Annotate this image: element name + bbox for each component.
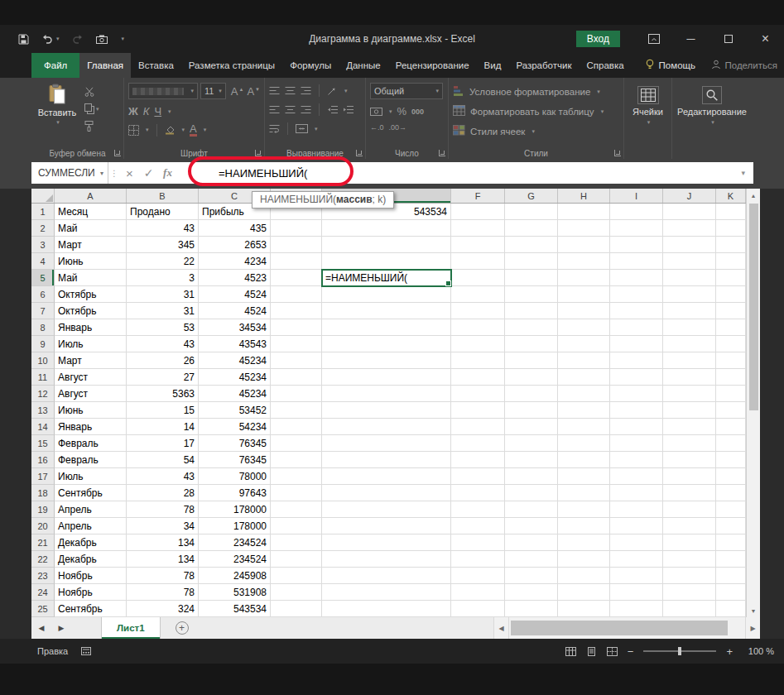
cell-I1[interactable]: [610, 204, 663, 220]
cell-C19[interactable]: 178000: [199, 501, 271, 518]
conditional-formatting-button[interactable]: Условное форматирование▾: [453, 82, 619, 101]
cell-A15[interactable]: Февраль: [55, 435, 127, 452]
cell-K25[interactable]: [716, 601, 746, 617]
cell-E23[interactable]: [322, 568, 451, 584]
cell-I6[interactable]: [610, 286, 663, 303]
cell-I4[interactable]: [610, 253, 663, 270]
cell-I10[interactable]: [610, 352, 663, 369]
font-dialog-launcher[interactable]: [255, 150, 262, 156]
row-header-2[interactable]: 2: [31, 220, 55, 237]
cell-B5[interactable]: 3: [127, 270, 199, 286]
column-header-H[interactable]: H: [558, 189, 610, 203]
cell-A9[interactable]: Июль: [55, 336, 127, 352]
zoom-slider-thumb[interactable]: [678, 647, 681, 655]
cell-J2[interactable]: [663, 220, 716, 237]
row-header-19[interactable]: 19: [31, 501, 55, 518]
sheet-nav-left-button[interactable]: ◀: [31, 617, 51, 639]
cell-I15[interactable]: [610, 435, 663, 452]
cell-H21[interactable]: [558, 534, 610, 551]
cell-K9[interactable]: [716, 336, 746, 352]
ribbon-display-options-button[interactable]: [635, 25, 672, 53]
cell-G11[interactable]: [505, 369, 558, 386]
align-middle-button[interactable]: [285, 86, 296, 95]
cell-A21[interactable]: Декабрь: [55, 534, 127, 551]
cut-button[interactable]: [84, 87, 99, 97]
cell-K11[interactable]: [716, 369, 746, 386]
cancel-button[interactable]: ×: [120, 166, 139, 180]
cell-D5[interactable]: [271, 270, 322, 286]
row-header-13[interactable]: 13: [31, 402, 55, 419]
comma-style-button[interactable]: 000: [411, 108, 424, 116]
cell-D11[interactable]: [271, 369, 322, 386]
cell-D10[interactable]: [271, 352, 322, 369]
cell-E17[interactable]: [322, 468, 451, 485]
hscroll-left-arrow[interactable]: ◀: [493, 617, 508, 639]
cell-I23[interactable]: [610, 568, 663, 584]
cell-H16[interactable]: [558, 452, 610, 468]
cell-K14[interactable]: [716, 419, 746, 435]
number-format-combo[interactable]: Общий▾: [370, 83, 443, 99]
cell-B15[interactable]: 17: [127, 435, 199, 452]
hscroll-track[interactable]: [508, 617, 745, 639]
cell-D21[interactable]: [271, 534, 322, 551]
column-header-F[interactable]: F: [451, 189, 505, 203]
row-header-3[interactable]: 3: [31, 237, 55, 253]
cell-J11[interactable]: [663, 369, 716, 386]
vscroll-thumb[interactable]: [749, 204, 758, 410]
hscroll-right-arrow[interactable]: ▶: [745, 617, 760, 639]
cell-E4[interactable]: [322, 253, 451, 270]
row-header-5[interactable]: 5: [31, 270, 55, 286]
cell-H8[interactable]: [558, 319, 610, 336]
font-name-combo[interactable]: ▾: [128, 83, 198, 99]
styles-dialog-launcher[interactable]: [614, 150, 621, 156]
align-right-button[interactable]: [301, 105, 311, 114]
font-color-button[interactable]: А: [190, 123, 197, 137]
cell-I21[interactable]: [610, 534, 663, 551]
ribbon-tab-7-Вид[interactable]: Вид: [477, 53, 509, 78]
cell-D16[interactable]: [271, 452, 322, 468]
cell-K15[interactable]: [716, 435, 746, 452]
cell-J10[interactable]: [663, 352, 716, 369]
alignment-dialog-launcher[interactable]: [356, 150, 363, 156]
ribbon-tab-2-Вставка[interactable]: Вставка: [131, 53, 181, 78]
hscroll-thumb[interactable]: [511, 621, 728, 635]
ribbon-tab-5-Данные[interactable]: Данные: [339, 53, 388, 78]
cell-K6[interactable]: [716, 286, 746, 303]
cell-J13[interactable]: [663, 402, 716, 419]
undo-button[interactable]: ▾: [41, 34, 60, 44]
cell-E6[interactable]: [322, 286, 451, 303]
cell-H3[interactable]: [558, 237, 610, 253]
cell-F25[interactable]: [451, 601, 505, 617]
cell-F9[interactable]: [451, 336, 505, 352]
cell-E12[interactable]: [322, 386, 451, 402]
cell-K19[interactable]: [716, 501, 746, 518]
cell-D19[interactable]: [271, 501, 322, 518]
cell-J23[interactable]: [663, 568, 716, 584]
cell-A23[interactable]: Ноябрь: [55, 568, 127, 584]
column-header-A[interactable]: A: [55, 189, 127, 203]
cell-G20[interactable]: [505, 518, 558, 534]
cell-J21[interactable]: [663, 534, 716, 551]
cell-G18[interactable]: [505, 485, 558, 501]
cell-B12[interactable]: 5363: [127, 386, 199, 402]
cell-A7[interactable]: Октябрь: [55, 303, 127, 319]
cell-J24[interactable]: [663, 584, 716, 601]
cell-G9[interactable]: [505, 336, 558, 352]
cell-F24[interactable]: [451, 584, 505, 601]
cell-A4[interactable]: Июнь: [55, 253, 127, 270]
ribbon-tab-4-Формулы[interactable]: Формулы: [282, 53, 339, 78]
cell-A10[interactable]: Март: [55, 352, 127, 369]
cell-E18[interactable]: [322, 485, 451, 501]
cell-F14[interactable]: [451, 419, 505, 435]
cell-H25[interactable]: [558, 601, 610, 617]
row-header-22[interactable]: 22: [31, 551, 55, 568]
cell-B19[interactable]: 78: [127, 501, 199, 518]
cell-G21[interactable]: [505, 534, 558, 551]
column-header-B[interactable]: B: [127, 189, 199, 203]
row-header-14[interactable]: 14: [31, 419, 55, 435]
camera-icon[interactable]: [96, 35, 108, 44]
row-header-24[interactable]: 24: [31, 584, 55, 601]
cell-D15[interactable]: [271, 435, 322, 452]
cell-B14[interactable]: 14: [127, 419, 199, 435]
cell-H14[interactable]: [558, 419, 610, 435]
